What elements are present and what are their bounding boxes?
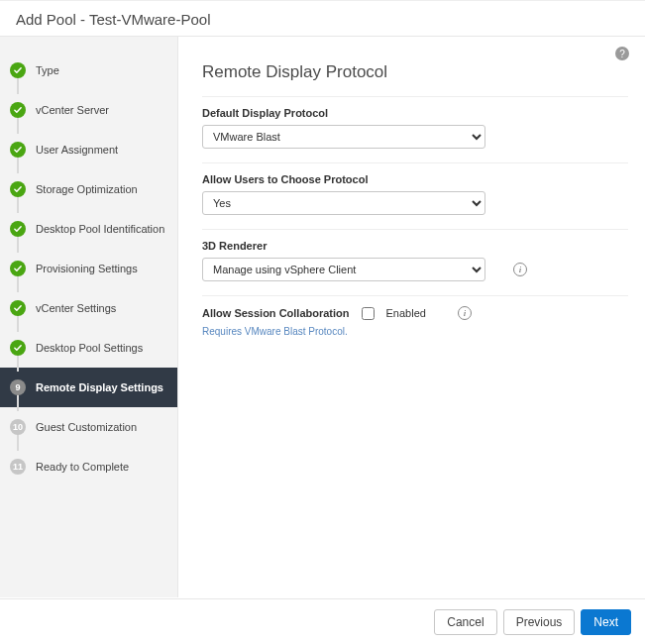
default-protocol-select[interactable]: VMware Blast	[202, 125, 485, 149]
wizard-step-label: Remote Display Settings	[36, 381, 163, 393]
step-number-icon: 10	[10, 419, 26, 435]
step-number-icon: 9	[10, 379, 26, 395]
info-icon[interactable]: i	[458, 306, 472, 320]
wizard-step-label: vCenter Server	[36, 104, 109, 116]
help-icon[interactable]: ?	[615, 47, 629, 60]
wizard-step[interactable]: vCenter Settings	[0, 288, 177, 328]
wizard-step-label: Desktop Pool Identification	[36, 223, 164, 235]
wizard-step[interactable]: User Assignment	[0, 130, 177, 169]
wizard-step[interactable]: Provisioning Settings	[0, 249, 177, 288]
wizard-step[interactable]: Desktop Pool Settings	[0, 328, 177, 368]
allow-choose-label: Allow Users to Choose Protocol	[202, 173, 628, 185]
section-heading: Remote Display Protocol	[202, 62, 629, 82]
wizard-step[interactable]: 11Ready to Complete	[0, 447, 177, 486]
check-icon	[10, 221, 26, 237]
check-icon	[10, 102, 26, 118]
wizard-step-label: User Assignment	[36, 144, 118, 156]
wizard-footer: Cancel Previous Next	[0, 598, 645, 644]
previous-button[interactable]: Previous	[503, 609, 576, 635]
wizard-step-label: Provisioning Settings	[36, 263, 138, 274]
wizard-step-label: vCenter Settings	[36, 302, 116, 314]
wizard-step-label: Desktop Pool Settings	[36, 342, 143, 354]
check-icon	[10, 340, 26, 356]
wizard-step-label: Guest Customization	[36, 421, 137, 433]
check-icon	[10, 62, 26, 78]
wizard-step[interactable]: 9Remote Display Settings	[0, 368, 177, 407]
cancel-button[interactable]: Cancel	[434, 609, 496, 635]
allow-choose-select[interactable]: Yes	[202, 191, 485, 215]
wizard-step[interactable]: Type	[0, 51, 177, 90]
step-number-icon: 11	[10, 459, 26, 475]
next-button[interactable]: Next	[581, 609, 631, 635]
check-icon	[10, 300, 26, 316]
wizard-step-label: Type	[36, 64, 59, 76]
renderer-label: 3D Renderer	[202, 240, 628, 252]
wizard-step[interactable]: vCenter Server	[0, 90, 177, 130]
check-icon	[10, 261, 26, 276]
wizard-step[interactable]: 10Guest Customization	[0, 407, 177, 447]
check-icon	[10, 181, 26, 197]
page-title: Add Pool - Test-VMware-Pool	[0, 1, 645, 37]
wizard-step[interactable]: Desktop Pool Identification	[0, 209, 177, 249]
wizard-step-label: Ready to Complete	[36, 461, 129, 473]
check-icon	[10, 142, 26, 158]
session-collab-checkbox[interactable]	[362, 307, 375, 320]
session-collab-note: Requires VMware Blast Protocol.	[202, 326, 628, 337]
renderer-select[interactable]: Manage using vSphere Client	[202, 258, 485, 281]
wizard-sidebar: TypevCenter ServerUser AssignmentStorage…	[0, 37, 178, 597]
main-panel: ? Remote Display Protocol Default Displa…	[178, 37, 645, 597]
wizard-step-label: Storage Optimization	[36, 183, 138, 195]
wizard-step[interactable]: Storage Optimization	[0, 169, 177, 209]
session-collab-label: Allow Session Collaboration	[202, 307, 350, 319]
default-protocol-label: Default Display Protocol	[202, 107, 628, 119]
info-icon[interactable]: i	[513, 263, 527, 276]
session-collab-checkbox-label: Enabled	[386, 307, 426, 319]
